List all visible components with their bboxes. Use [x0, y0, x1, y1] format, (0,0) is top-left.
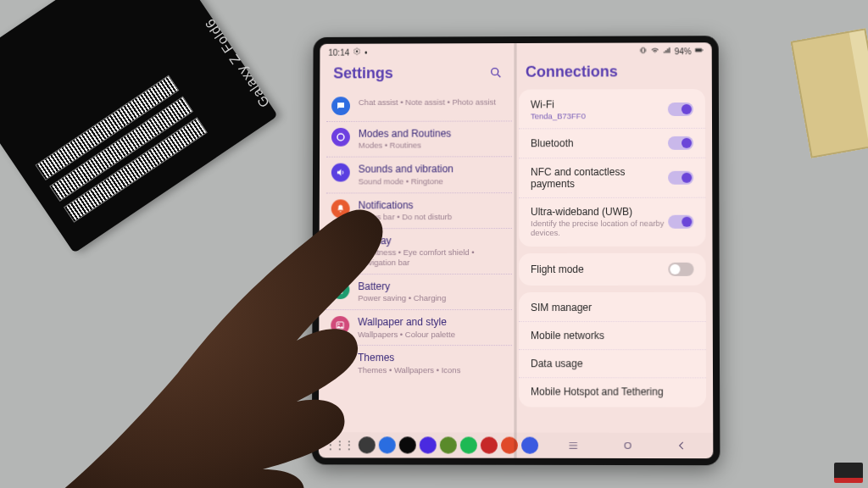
settings-item-subtitle: Modes • Routines: [359, 141, 452, 151]
row-label: Flight mode: [531, 263, 584, 275]
settings-item-title: Modes and Routines: [359, 128, 452, 141]
channel-watermark: [834, 463, 863, 483]
row-label: Bluetooth: [531, 137, 574, 149]
settings-item-notifications[interactable]: NotificationsStatus bar • Do not disturb: [326, 193, 512, 229]
settings-item-subtitle: Chat assist • Note assist • Photo assist: [359, 97, 496, 108]
connections-row-nfc-and-contactless-payments[interactable]: NFC and contactless payments: [519, 158, 705, 198]
settings-item-subtitle: Power saving • Charging: [358, 293, 446, 303]
row-label: Mobile networks: [531, 330, 604, 341]
display-icon: [331, 235, 350, 253]
connections-card-2: Flight mode: [519, 253, 706, 286]
settings-item-sounds-and-vibration[interactable]: Sounds and vibrationSound mode • Rington…: [326, 158, 512, 193]
svg-rect-1: [642, 48, 644, 53]
taskbar-app-3[interactable]: [420, 436, 437, 453]
theme-icon: [331, 352, 349, 371]
connections-card-1: Wi-FiTenda_B73FF0BluetoothNFC and contac…: [519, 89, 705, 247]
status-time: 10:14: [328, 47, 349, 57]
taskbar-app-7[interactable]: [501, 437, 518, 454]
svg-point-6: [337, 134, 344, 141]
svg-rect-9: [339, 286, 341, 287]
settings-item-themes[interactable]: ThemesThemes • Wallpapers • Icons: [326, 347, 512, 381]
row-sublabel: Tenda_B73FF0: [531, 111, 586, 120]
taskbar-app-0[interactable]: [359, 436, 376, 453]
connections-pane: Connections Wi-FiTenda_B73FF0BluetoothNF…: [519, 59, 706, 430]
taskbar-app-5[interactable]: [460, 436, 477, 453]
settings-indicator-icon: [353, 47, 361, 58]
routine-icon: [331, 128, 350, 147]
connections-title: Connections: [526, 63, 618, 80]
connections-row-wi-fi[interactable]: Wi-FiTenda_B73FF0: [519, 91, 705, 129]
row-label: Mobile Hotspot and Tethering: [531, 385, 664, 397]
settings-item-modes-and-routines[interactable]: Modes and RoutinesModes • Routines: [326, 121, 512, 158]
settings-pane: Settings Chat assist • Note assist • Pho…: [326, 60, 512, 430]
product-box-brand: Galaxy Z Fold6: [202, 15, 272, 110]
svg-point-13: [338, 360, 339, 361]
svg-point-7: [339, 242, 342, 246]
connections-card-3: SIM managerMobile networksData usageMobi…: [519, 292, 706, 408]
apps-grid-icon[interactable]: ⋮⋮⋮: [326, 439, 353, 451]
connections-row-mobile-hotspot-and-tethering[interactable]: Mobile Hotspot and Tethering: [519, 378, 706, 405]
toggle-switch[interactable]: [668, 214, 693, 228]
wifi-icon: [651, 46, 659, 56]
svg-point-14: [340, 358, 341, 359]
toggle-switch[interactable]: [668, 171, 693, 185]
status-bar: 10:14 • 94%: [320, 42, 711, 60]
settings-item-subtitle: Brightness • Eye comfort shield • Naviga…: [358, 247, 507, 268]
search-icon: [489, 66, 503, 80]
taskbar-app-2[interactable]: [399, 436, 416, 453]
bell-icon: [331, 199, 350, 218]
vibrate-icon: [639, 46, 648, 56]
screen: 10:14 • 94%: [319, 42, 714, 458]
svg-point-12: [338, 324, 340, 325]
settings-item-subtitle: Status bar • Do not disturb: [359, 212, 453, 222]
battery-percent: 94%: [675, 47, 692, 56]
row-sublabel: Identify the precise location of nearby …: [531, 219, 668, 237]
app-indicator-icon: •: [364, 47, 368, 57]
taskbar-app-6[interactable]: [481, 437, 498, 454]
settings-item-display[interactable]: DisplayBrightness • Eye comfort shield •…: [326, 229, 512, 274]
row-label: NFC and contactless payments: [531, 166, 668, 190]
settings-title: Settings: [333, 64, 393, 82]
row-label: SIM manager: [531, 302, 592, 313]
battery-icon: [695, 46, 704, 56]
settings-item-subtitle: Sound mode • Ringtone: [359, 176, 453, 186]
settings-item-wallpaper-and-style[interactable]: Wallpaper and styleWallpapers • Colour p…: [326, 310, 512, 346]
connections-row-ultra-wideband-uwb-[interactable]: Ultra-wideband (UWB)Identify the precise…: [519, 198, 705, 245]
settings-item-title: Wallpaper and style: [358, 316, 455, 328]
toggle-switch[interactable]: [668, 103, 693, 116]
svg-point-5: [492, 69, 498, 75]
nav-recents[interactable]: [548, 437, 598, 454]
row-label: Wi-Fi: [531, 98, 586, 110]
taskbar-app-4[interactable]: [440, 436, 457, 453]
settings-item-battery[interactable]: BatteryPower saving • Charging: [326, 274, 512, 310]
device-frame: 10:14 • 94%: [312, 36, 721, 465]
product-box: Galaxy Z Fold6: [0, 0, 278, 253]
taskbar-app-1[interactable]: [379, 436, 396, 453]
settings-item-subtitle: Wallpapers • Colour palette: [358, 330, 455, 340]
svg-point-16: [625, 442, 631, 448]
nav-back[interactable]: [657, 437, 706, 454]
chat-icon: [331, 97, 350, 115]
connections-row-sim-manager[interactable]: SIM manager: [519, 294, 706, 322]
taskbar-app-8[interactable]: [521, 437, 538, 454]
settings-item-title: Display: [358, 235, 507, 247]
search-button[interactable]: [487, 64, 505, 82]
settings-item-title: Battery: [358, 280, 446, 292]
taskbar: ⋮⋮⋮: [319, 432, 714, 458]
barcodes: [35, 75, 207, 223]
wall-icon: [331, 316, 349, 335]
connections-row-flight-mode[interactable]: Flight mode: [519, 255, 706, 284]
battery-icon: [331, 280, 349, 299]
wooden-block: [791, 28, 868, 158]
svg-rect-4: [702, 49, 703, 51]
connections-row-data-usage[interactable]: Data usage: [519, 350, 706, 378]
row-label: Ultra-wideband (UWB): [531, 206, 668, 218]
toggle-switch[interactable]: [668, 263, 693, 276]
nav-home[interactable]: [603, 437, 652, 454]
connections-row-mobile-networks[interactable]: Mobile networks: [519, 322, 706, 350]
toggle-switch[interactable]: [668, 136, 693, 150]
settings-item-assist[interactable]: Chat assist • Note assist • Photo assist: [326, 91, 512, 122]
svg-rect-10: [339, 290, 342, 292]
signal-icon: [663, 46, 671, 56]
connections-row-bluetooth[interactable]: Bluetooth: [519, 129, 705, 158]
